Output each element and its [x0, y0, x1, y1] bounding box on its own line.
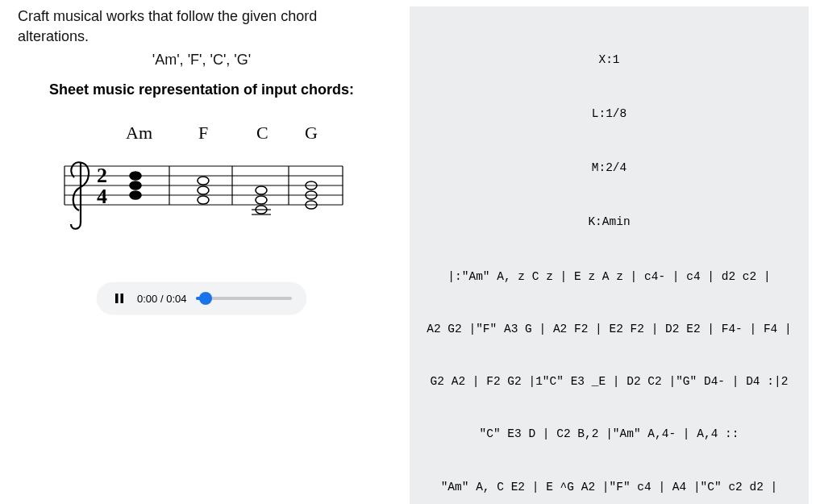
- abc-body-line: "Am" A, C E2 | E ^G A2 |"F" c4 | A4 |"C"…: [418, 479, 801, 497]
- chord-c-notes: [252, 186, 271, 215]
- sheet-heading: Sheet music representation of input chor…: [18, 81, 385, 98]
- chord-label-1: F: [198, 123, 208, 143]
- prompt-text: Craft musical works that follow the give…: [18, 6, 385, 47]
- timesig-bottom: 4: [97, 185, 107, 208]
- abc-body-line: |:"Am" A, z C z | E z A z | c4- | c4 | d…: [418, 269, 801, 286]
- pause-icon: [114, 293, 125, 304]
- chord-f-notes: [198, 177, 209, 204]
- abc-body-line: G2 A2 | F2 G2 |1"C" E3 _E | D2 C2 |"G" D…: [418, 373, 801, 391]
- chord-label-2: C: [256, 123, 268, 143]
- chords-input: 'Am', 'F', 'C', 'G': [18, 52, 385, 69]
- svg-point-9: [130, 172, 141, 180]
- svg-point-18: [256, 196, 267, 204]
- input-audio-slider[interactable]: [196, 297, 292, 300]
- chord-label-3: G: [305, 123, 318, 143]
- abc-body-line: "C" E3 D | C2 B,2 |"Am" A,4- | A,4 ::: [418, 426, 801, 444]
- svg-rect-25: [121, 294, 124, 303]
- pause-button[interactable]: [111, 290, 127, 306]
- abc-notation-block: X:1 L:1/8 M:2/4 K:Amin |:"Am" A, z C z |…: [410, 6, 809, 504]
- abc-header-x: X:1: [418, 52, 801, 69]
- input-audio-time: 0:00 / 0:04: [137, 293, 186, 305]
- timesig-top: 2: [97, 164, 107, 187]
- abc-body-line: A2 G2 |"F" A3 G | A2 F2 | E2 F2 | D2 E2 …: [418, 321, 801, 339]
- svg-rect-24: [115, 294, 119, 303]
- svg-point-13: [198, 177, 209, 185]
- right-panel: X:1 L:1/8 M:2/4 K:Amin |:"Am" A, z C z |…: [403, 0, 820, 504]
- input-sheet-music: Am F C G 2 4: [18, 118, 385, 247]
- abc-header-k: K:Amin: [418, 214, 801, 231]
- abc-header-m: M:2/4: [418, 160, 801, 177]
- svg-point-11: [198, 196, 209, 204]
- chord-am-notes: [130, 172, 141, 199]
- abc-header-l: L:1/8: [418, 106, 801, 123]
- svg-point-12: [198, 186, 209, 194]
- left-panel: Craft musical works that follow the give…: [0, 0, 403, 504]
- svg-point-8: [130, 181, 141, 190]
- chord-label-0: Am: [126, 123, 152, 143]
- input-audio-player: 0:00 / 0:04: [97, 282, 306, 314]
- svg-point-7: [130, 191, 141, 199]
- svg-point-19: [256, 186, 267, 194]
